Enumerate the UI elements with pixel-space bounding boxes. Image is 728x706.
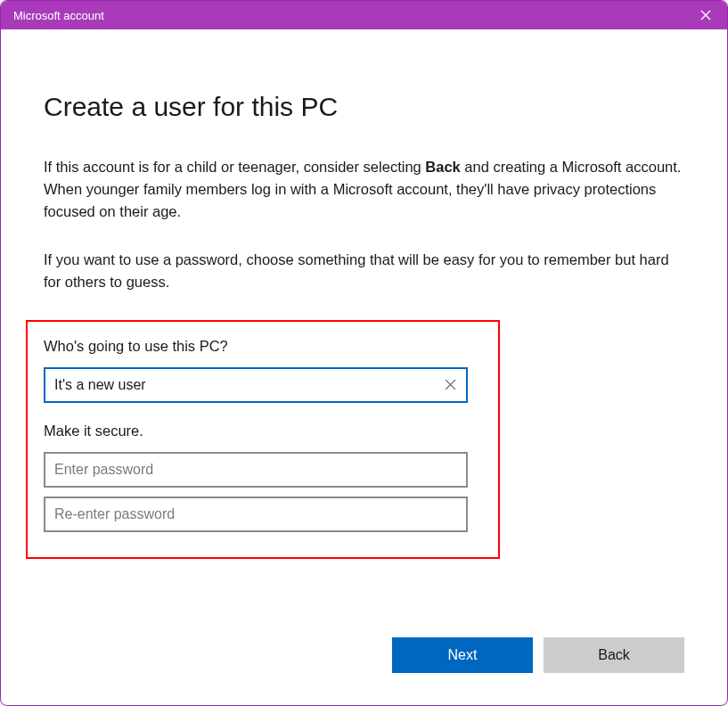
username-label: Who's going to use this PC? xyxy=(44,338,482,355)
close-button[interactable] xyxy=(697,6,715,24)
password-input[interactable] xyxy=(45,454,466,486)
content-area: Create a user for this PC If this accoun… xyxy=(1,29,727,705)
reenter-password-input[interactable] xyxy=(45,498,466,530)
clear-username-button[interactable] xyxy=(441,376,459,394)
window-title: Microsoft account xyxy=(13,9,104,22)
password-input-wrapper xyxy=(44,452,468,488)
description-paragraph-1: If this account is for a child or teenag… xyxy=(44,156,684,222)
close-icon xyxy=(700,10,711,21)
username-input-wrapper xyxy=(44,367,468,403)
password-section-label: Make it secure. xyxy=(44,423,482,439)
description-bold-word: Back xyxy=(425,159,460,175)
next-button[interactable]: Next xyxy=(392,637,533,673)
username-input[interactable] xyxy=(45,369,466,401)
page-heading: Create a user for this PC xyxy=(44,92,684,122)
dialog-window: Microsoft account Create a user for this… xyxy=(0,0,728,706)
back-button[interactable]: Back xyxy=(544,637,684,673)
reenter-password-input-wrapper xyxy=(44,497,468,532)
description-text-pre: If this account is for a child or teenag… xyxy=(44,159,425,175)
footer-button-row: Next Back xyxy=(392,637,684,673)
description-paragraph-2: If you want to use a password, choose so… xyxy=(44,249,684,293)
x-icon xyxy=(445,379,456,390)
titlebar: Microsoft account xyxy=(1,1,727,29)
form-highlight-box: Who's going to use this PC? Make it secu… xyxy=(26,320,500,559)
